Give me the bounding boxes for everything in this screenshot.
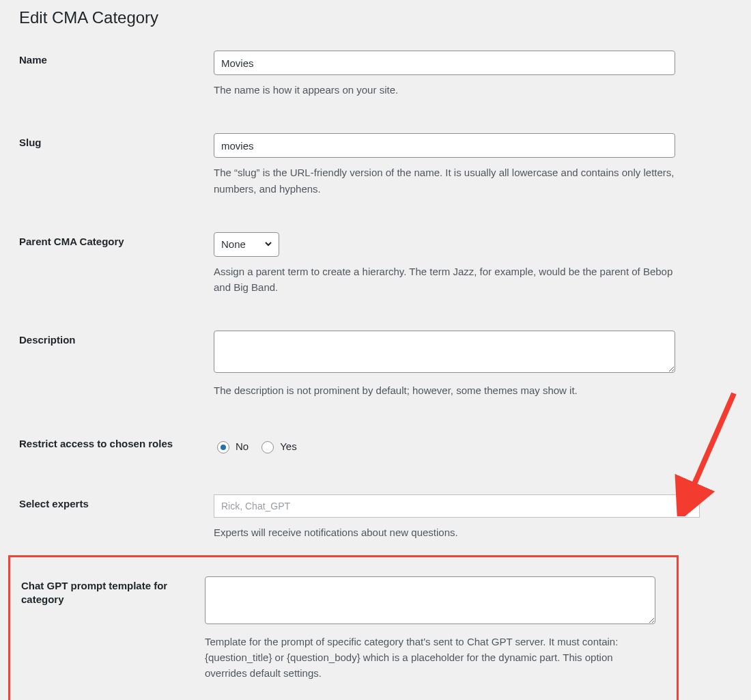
restrict-label: Restrict access to chosen roles — [19, 438, 173, 449]
experts-select[interactable]: Rick, Chat_GPT — [214, 494, 700, 518]
gpt-help: Template for the prompt of specific cate… — [205, 634, 655, 682]
gpt-section-highlight: Chat GPT prompt template for category Te… — [8, 555, 679, 700]
restrict-radio-yes[interactable] — [261, 441, 274, 453]
experts-value: Rick, Chat_GPT — [221, 501, 290, 512]
dropdown-icon — [684, 504, 692, 508]
experts-help: Experts will receive notifications about… — [214, 524, 675, 540]
description-help: The description is not prominent by defa… — [214, 382, 675, 398]
name-input[interactable] — [214, 51, 675, 75]
gpt-label: Chat GPT prompt template for category — [21, 580, 167, 605]
name-label: Name — [19, 54, 47, 66]
restrict-yes-label: Yes — [280, 440, 296, 452]
slug-input[interactable] — [214, 133, 675, 158]
restrict-radio-no[interactable] — [217, 441, 229, 453]
restrict-no-label: No — [236, 440, 249, 452]
description-label: Description — [19, 334, 76, 346]
slug-help: The “slug” is the URL-friendly version o… — [214, 165, 675, 197]
experts-label: Select experts — [19, 498, 89, 509]
parent-help: Assign a parent term to create a hierarc… — [214, 264, 675, 296]
description-textarea[interactable] — [214, 331, 675, 373]
page-title: Edit CMA Category — [19, 8, 732, 27]
parent-label: Parent CMA Category — [19, 236, 124, 247]
slug-label: Slug — [19, 137, 42, 148]
name-help: The name is how it appears on your site. — [214, 82, 675, 98]
parent-select[interactable]: None — [214, 232, 279, 257]
gpt-textarea[interactable] — [205, 576, 655, 624]
